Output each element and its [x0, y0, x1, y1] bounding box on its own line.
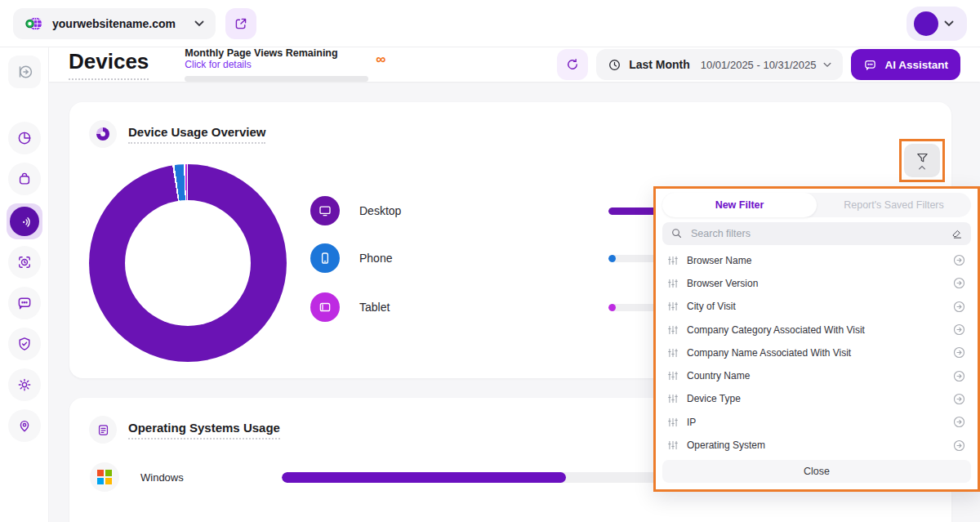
page-title: Devices [69, 49, 149, 80]
device-card-title: Device Usage Overview [128, 125, 265, 144]
filter-search-input[interactable] [689, 227, 944, 240]
search-icon [670, 227, 683, 239]
arrow-circle-right-icon[interactable] [952, 253, 966, 267]
legend-label: Tablet [359, 301, 390, 314]
filter-row[interactable]: Device Type [656, 387, 978, 410]
legend-label: Phone [359, 252, 392, 265]
os-card-title: Operating Systems Usage [128, 421, 280, 439]
sidebar-item-dashboard[interactable] [8, 122, 41, 154]
refresh-button[interactable] [557, 49, 588, 80]
user-menu[interactable] [906, 7, 967, 41]
sidebar-item-ecommerce[interactable] [8, 163, 41, 195]
arrow-circle-right-icon[interactable] [952, 439, 966, 453]
tab-saved-filters[interactable]: Report's Saved Filters [817, 193, 971, 217]
windows-logo-icon [90, 462, 119, 492]
close-filter-panel-button[interactable]: Close [662, 460, 971, 483]
donut-chart-icon [89, 120, 117, 148]
filter-row[interactable]: IP [656, 411, 978, 434]
sidebar-item-locations[interactable] [8, 409, 41, 442]
os-row-label: Windows [140, 471, 184, 484]
ai-assistant-button[interactable]: AI Assistant [851, 49, 960, 80]
sliders-icon [667, 417, 679, 428]
shield-check-icon [16, 336, 33, 352]
eraser-icon[interactable] [951, 227, 963, 239]
date-range-value: 10/01/2025 - 10/31/2025 [701, 59, 817, 71]
tab-new-filter[interactable]: New Filter [662, 193, 817, 217]
filter-row[interactable]: Country Name [656, 364, 978, 387]
funnel-icon [915, 152, 929, 164]
sliders-icon [667, 439, 679, 451]
date-range-picker[interactable]: Last Month 10/01/2025 - 10/31/2025 [596, 49, 843, 80]
shopping-bag-icon [16, 171, 33, 187]
sidebar-item-communication[interactable] [8, 287, 41, 319]
sliders-icon [667, 301, 679, 312]
chevron-down-icon [823, 62, 831, 68]
os-card-header: Operating Systems Usage [89, 416, 280, 444]
filter-row[interactable]: Company Name Associated With Visit [656, 341, 978, 364]
sidebar-item-recordings[interactable] [8, 246, 41, 279]
filter-tabs: New Filter Report's Saved Filters [662, 193, 971, 217]
arrow-circle-right-icon[interactable] [952, 415, 966, 429]
infinity-icon: ∞ [376, 52, 385, 66]
tablet-bar-fill [608, 304, 616, 311]
avatar [914, 11, 938, 36]
device-donut-chart[interactable] [89, 164, 287, 362]
filter-search-bar [662, 222, 971, 245]
sidebar-item-visitors-active[interactable] [7, 203, 42, 239]
sliders-icon [667, 347, 679, 359]
top-bar: yourwebsitename.com [0, 0, 980, 47]
arrow-circle-right-icon[interactable] [952, 276, 966, 290]
desktop-icon [310, 196, 340, 225]
filter-row[interactable]: Operating System [656, 434, 978, 457]
ai-assistant-label: AI Assistant [884, 59, 948, 71]
sliders-icon [667, 393, 679, 404]
filter-row[interactable]: Company Category Associated With Visit [656, 318, 978, 341]
mpv-title: Monthly Page Views Remaining [185, 47, 374, 59]
filter-row[interactable]: Browser Version [656, 272, 978, 295]
chat-bubble-icon [16, 295, 33, 311]
website-name: yourwebsitename.com [52, 17, 186, 30]
arrow-circle-right-icon[interactable] [952, 392, 966, 406]
chevron-down-icon [944, 20, 954, 27]
legend-row-desktop[interactable]: Desktop [310, 196, 401, 225]
filter-panel: New Filter Report's Saved Filters Browse… [653, 186, 980, 492]
sliders-icon [667, 278, 679, 289]
chevron-up-icon [918, 165, 926, 170]
arrow-circle-right-icon[interactable] [952, 369, 966, 383]
page-header: Devices Monthly Page Views Remaining Cli… [49, 47, 980, 82]
radar-icon [10, 207, 39, 236]
legend-row-tablet[interactable]: Tablet [310, 292, 390, 322]
mpv-details-link[interactable]: Click for details [185, 59, 374, 70]
document-list-icon [89, 416, 117, 444]
legend-label: Desktop [359, 204, 401, 217]
filter-row[interactable]: City of Visit [656, 295, 978, 318]
sidebar-item-privacy[interactable] [8, 328, 41, 360]
phone-icon [310, 243, 340, 273]
website-selector[interactable]: yourwebsitename.com [13, 8, 216, 39]
globe-logo-icon [24, 15, 44, 33]
arrow-circle-right-icon[interactable] [952, 323, 966, 337]
phone-bar-fill [608, 255, 616, 262]
refresh-icon [565, 57, 580, 72]
device-card-header: Device Usage Overview [89, 120, 265, 148]
monthly-page-views-widget: Monthly Page Views Remaining Click for d… [185, 47, 374, 82]
collapse-sidebar-icon [16, 63, 33, 81]
legend-row-phone[interactable]: Phone [310, 243, 392, 273]
record-session-icon [16, 254, 33, 270]
clock-icon [608, 58, 621, 72]
open-website-button[interactable] [225, 8, 256, 39]
sliders-icon [667, 324, 679, 336]
collapse-sidebar-button[interactable] [8, 56, 41, 88]
header-controls: Last Month 10/01/2025 - 10/31/2025 AI As… [557, 49, 960, 80]
os-bar-fill [282, 472, 566, 483]
mpv-progress-track [185, 76, 368, 82]
filter-row[interactable]: Browser Name [656, 249, 978, 272]
tablet-icon [310, 292, 340, 322]
sidebar [0, 47, 49, 522]
arrow-circle-right-icon[interactable] [952, 346, 966, 359]
pie-chart-icon [16, 130, 33, 146]
arrow-circle-right-icon[interactable] [952, 300, 966, 314]
sidebar-item-settings[interactable] [8, 368, 41, 401]
filter-toggle-button[interactable] [904, 144, 940, 177]
ai-chat-icon [863, 58, 877, 72]
